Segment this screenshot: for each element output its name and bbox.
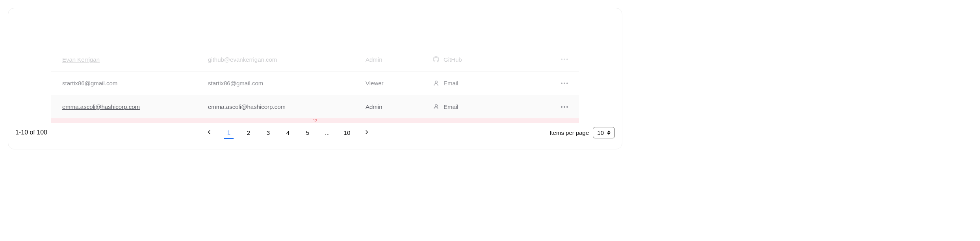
user-name-link[interactable]: emma.ascoli@hashicorp.com bbox=[62, 103, 208, 110]
page-navigation: 1 2 3 4 5 ... 10 bbox=[204, 126, 371, 139]
page-number-button[interactable]: 10 bbox=[342, 127, 352, 138]
more-actions-button[interactable] bbox=[561, 59, 568, 60]
window-frame: Evan Kerrigan github@evankerrigan.com Ad… bbox=[8, 8, 622, 149]
table-row: startix86@gmail.com startix86@gmail.com … bbox=[51, 71, 579, 95]
table-row: Evan Kerrigan github@evankerrigan.com Ad… bbox=[51, 48, 579, 71]
svg-marker-3 bbox=[607, 133, 611, 135]
select-sort-icon bbox=[607, 131, 611, 135]
user-name-link[interactable]: Evan Kerrigan bbox=[62, 56, 208, 63]
svg-point-1 bbox=[435, 105, 437, 107]
page-number-button[interactable]: 2 bbox=[244, 127, 253, 138]
user-email: github@evankerrigan.com bbox=[208, 56, 366, 63]
items-per-page-value: 10 bbox=[597, 129, 604, 136]
table-body: Evan Kerrigan github@evankerrigan.com Ad… bbox=[51, 48, 579, 118]
provider-label: GitHub bbox=[444, 56, 462, 63]
pagination-bar: 1-10 of 100 1 2 3 4 5 ... 10 Items per p… bbox=[8, 123, 622, 142]
spacing-indicator: 12 bbox=[51, 118, 579, 123]
user-provider: GitHub bbox=[432, 56, 551, 63]
user-email: emma.ascoli@hashicorp.com bbox=[208, 103, 366, 110]
items-per-page: Items per page 10 bbox=[549, 127, 615, 138]
page-number-button[interactable]: 4 bbox=[283, 127, 293, 138]
page-number-button[interactable]: 5 bbox=[303, 127, 312, 138]
chevron-left-icon bbox=[205, 128, 213, 136]
user-role: Admin bbox=[366, 103, 432, 110]
user-icon bbox=[432, 103, 440, 110]
user-provider: Email bbox=[432, 80, 551, 87]
user-role: Admin bbox=[366, 56, 432, 63]
provider-label: Email bbox=[444, 103, 458, 110]
page-range-text: 1-10 of 100 bbox=[15, 129, 204, 136]
page-number-button[interactable]: 3 bbox=[264, 127, 273, 138]
items-per-page-label: Items per page bbox=[549, 129, 589, 136]
user-role: Viewer bbox=[366, 80, 432, 86]
user-icon bbox=[432, 80, 440, 87]
provider-label: Email bbox=[444, 80, 458, 86]
user-email: startix86@gmail.com bbox=[208, 80, 366, 86]
items-per-page-select[interactable]: 10 bbox=[593, 127, 615, 138]
chevron-right-icon bbox=[363, 128, 371, 136]
more-actions-button[interactable] bbox=[561, 83, 568, 84]
page-number-button[interactable]: 1 bbox=[224, 127, 234, 139]
table-row: emma.ascoli@hashicorp.com emma.ascoli@ha… bbox=[51, 95, 579, 118]
svg-marker-2 bbox=[607, 131, 611, 132]
svg-point-0 bbox=[435, 81, 437, 83]
github-icon bbox=[432, 56, 440, 63]
prev-page-button[interactable] bbox=[204, 126, 214, 139]
more-actions-button[interactable] bbox=[561, 106, 568, 108]
user-provider: Email bbox=[432, 103, 551, 110]
next-page-button[interactable] bbox=[362, 126, 371, 139]
user-name-link[interactable]: startix86@gmail.com bbox=[62, 80, 208, 86]
page-ellipsis: ... bbox=[323, 127, 332, 138]
